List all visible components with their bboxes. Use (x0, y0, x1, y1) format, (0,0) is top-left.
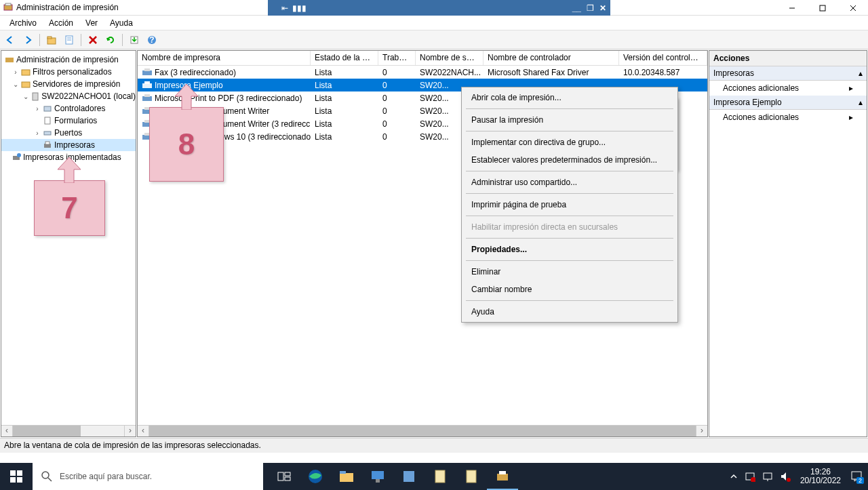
pin-icon[interactable]: ⇤ (281, 3, 288, 13)
expand-icon[interactable]: ⌄ (22, 93, 31, 100)
back-button[interactable] (3, 33, 18, 47)
ctx-cambiar[interactable]: Cambiar nombre (462, 281, 677, 298)
callout-7: 7 (34, 180, 105, 236)
up-button[interactable] (44, 33, 59, 47)
expand-icon[interactable]: ⌄ (11, 81, 20, 88)
export-button[interactable] (127, 33, 142, 47)
actions-link1-label: Acciones adicionales (723, 83, 799, 93)
printer-icon (142, 94, 153, 102)
col-driver[interactable]: Nombre de controlador (484, 51, 619, 65)
callout-7-num: 7 (35, 181, 104, 235)
svg-rect-20 (44, 106, 51, 111)
ctx-imprimir[interactable]: Imprimir página de prueba (462, 196, 677, 213)
svg-point-46 (42, 472, 49, 478)
menu-ver[interactable]: Ver (80, 17, 103, 29)
tray-volume-icon[interactable] (780, 471, 791, 482)
delete-button[interactable] (85, 33, 100, 47)
ctx-abrir[interactable]: Abrir cola de impresión... (462, 89, 677, 106)
start-button[interactable] (0, 463, 33, 490)
minimize-button[interactable] (776, 0, 807, 16)
tree-impresoras[interactable]: Impresoras (1, 139, 136, 151)
server-manager-icon[interactable] (362, 463, 393, 490)
ctx-establecer[interactable]: Establecer valores predeterminados de im… (462, 151, 677, 169)
ports-icon (42, 127, 53, 138)
close-button[interactable] (837, 0, 868, 16)
search-box[interactable]: Escribe aquí para buscar. (33, 463, 263, 490)
actions-panel: Acciones Impresoras ▴ Acciones adicional… (709, 50, 867, 437)
cell-status: Lista (315, 94, 332, 103)
ctx-eliminar[interactable]: Eliminar (462, 263, 677, 281)
properties-button[interactable] (62, 33, 77, 47)
col-status[interactable]: Estado de la cola (311, 51, 378, 65)
svg-rect-44 (10, 477, 16, 483)
tray-clock[interactable]: 19:26 20/10/2022 (797, 468, 844, 485)
tree-formularios[interactable]: Formularios (1, 115, 136, 127)
edge-icon[interactable] (300, 463, 331, 490)
tray-expand-icon[interactable] (730, 472, 738, 481)
svg-rect-17 (22, 70, 30, 75)
tree-root-label: Administración de impresión (16, 55, 119, 64)
callout-7-arrow (51, 157, 88, 183)
ctx-administrar[interactable]: Administrar uso compartido... (462, 173, 677, 191)
ctx-ayuda[interactable]: Ayuda (462, 303, 677, 321)
svg-rect-43 (17, 470, 22, 476)
list-scrollbar[interactable]: ‹ › (138, 425, 707, 436)
actions-section-impresoras[interactable]: Impresoras ▴ (709, 66, 867, 81)
tray-security-icon[interactable] (745, 471, 755, 482)
col-server[interactable]: Nombre de ser... (416, 51, 484, 65)
expand-icon[interactable]: › (11, 68, 20, 76)
forward-button[interactable] (20, 33, 35, 47)
app-icon-3[interactable] (456, 463, 487, 490)
ctx-habilitar: Habilitar impresión directa en sucursale… (462, 218, 677, 236)
svg-rect-57 (435, 470, 445, 483)
col-version[interactable]: Versión del controlado... (619, 51, 707, 65)
cell-jobs: 0 (382, 132, 387, 142)
col-jobs[interactable]: Trabajo... (378, 51, 416, 65)
tree-puertos[interactable]: › Puertos (1, 127, 136, 139)
chevron-right-icon: ▸ (849, 83, 853, 93)
tree-servidores[interactable]: ⌄ Servidores de impresión (1, 78, 136, 90)
col-name[interactable]: Nombre de impresora (138, 51, 311, 65)
tree-filtros[interactable]: › Filtros personalizados (1, 66, 136, 78)
refresh-button[interactable] (103, 33, 118, 47)
svg-rect-19 (33, 93, 38, 100)
actions-additional-1[interactable]: Acciones adicionales ▸ (709, 81, 867, 96)
remote-minimize[interactable]: __ (572, 3, 581, 13)
tray-network-icon[interactable] (762, 471, 773, 482)
tree-server1[interactable]: ⌄ SW2022NACHO01 (local) (1, 90, 136, 102)
app-icon-2[interactable] (425, 463, 456, 490)
ctx-pausar[interactable]: Pausar la impresión (462, 111, 677, 129)
print-mgmt-task-icon[interactable] (487, 463, 518, 490)
actions-section-ejemplo[interactable]: Impresora Ejemplo ▴ (709, 96, 867, 110)
explorer-icon[interactable] (331, 463, 362, 490)
expand-icon[interactable]: › (33, 129, 42, 137)
tree-root[interactable]: Administración de impresión (1, 54, 136, 66)
ctx-sep (466, 131, 673, 131)
actions-link2-label: Acciones adicionales (723, 113, 799, 122)
actions-section1-label: Impresoras (713, 68, 754, 78)
maximize-button[interactable] (807, 0, 837, 16)
task-view-icon[interactable] (269, 463, 300, 490)
tree-controladores[interactable]: › Controladores (1, 102, 136, 115)
svg-rect-59 (497, 474, 508, 481)
help-button[interactable]: ? (144, 33, 159, 47)
app-icon-1[interactable] (393, 463, 425, 490)
tree-scrollbar[interactable]: ‹ › (1, 425, 136, 436)
svg-rect-3 (820, 5, 825, 11)
signal-icon: ▮▮▮ (292, 3, 307, 13)
menu-archivo[interactable]: Archivo (4, 17, 42, 29)
svg-rect-7 (47, 37, 52, 39)
menu-ayuda[interactable]: Ayuda (104, 17, 138, 29)
expand-icon[interactable]: › (33, 105, 42, 113)
menu-accion[interactable]: Acción (43, 17, 79, 29)
ctx-propiedades[interactable]: Propiedades... (462, 241, 677, 258)
app-icon (3, 2, 14, 13)
ctx-implementar[interactable]: Implementar con directiva de grupo... (462, 134, 677, 151)
remote-close[interactable]: ✕ (599, 3, 606, 13)
remote-titlebar: ⇤ ▮▮▮ __ ❐ ✕ (268, 0, 610, 16)
actions-additional-2[interactable]: Acciones adicionales ▸ (709, 110, 867, 125)
printer-row[interactable]: Fax (3 redireccionado)Lista0SW2022NACH..… (138, 66, 707, 79)
taskbar: Escribe aquí para buscar. 19:26 20/10/20… (0, 463, 868, 490)
remote-maximize[interactable]: ❐ (587, 3, 594, 13)
tray-notifications-icon[interactable]: 2 (850, 470, 863, 483)
